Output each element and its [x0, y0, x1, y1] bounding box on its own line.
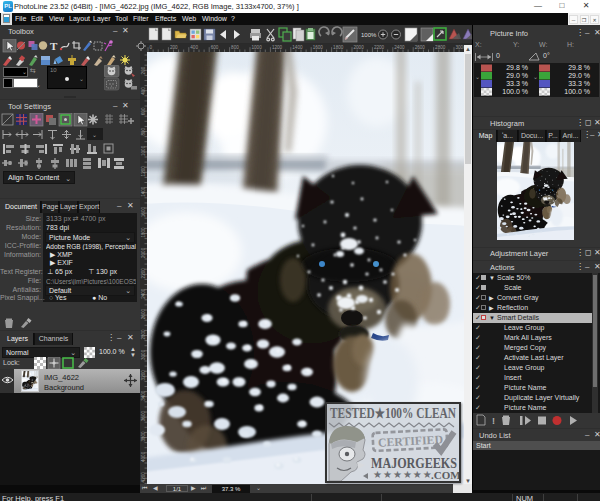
svg-text:.COM: .COM [431, 469, 459, 481]
svg-text:800: 800 [141, 127, 146, 135]
svg-text:4000: 4000 [141, 451, 146, 462]
svg-text:2600: 2600 [141, 309, 146, 320]
svg-text:2400: 2400 [141, 288, 146, 299]
svg-text:200: 200 [141, 66, 146, 74]
svg-text:1800: 1800 [141, 227, 146, 238]
svg-text:2000: 2000 [141, 247, 146, 258]
svg-text:1600: 1600 [313, 45, 324, 50]
svg-text:4200: 4200 [141, 472, 146, 483]
svg-text:2200: 2200 [141, 268, 146, 279]
svg-text:1400: 1400 [141, 186, 146, 197]
svg-text:0: 0 [150, 45, 153, 50]
svg-text:800: 800 [231, 45, 239, 50]
svg-text:2800: 2800 [141, 329, 146, 340]
svg-text:3600: 3600 [141, 411, 146, 422]
svg-text:1200: 1200 [141, 166, 146, 177]
svg-text:1000: 1000 [252, 45, 263, 50]
svg-text:!: ! [492, 416, 495, 426]
svg-text:★★★★★★: ★★★★★★ [373, 469, 433, 480]
svg-text:TESTED★100% CLEAN: TESTED★100% CLEAN [330, 406, 456, 421]
svg-text:600: 600 [141, 107, 146, 115]
svg-text:400: 400 [141, 87, 146, 95]
svg-text:2400: 2400 [394, 45, 405, 50]
svg-text:400: 400 [190, 45, 198, 50]
svg-text:1000: 1000 [141, 145, 146, 156]
svg-text:3000: 3000 [141, 349, 146, 360]
svg-text:2800: 2800 [435, 45, 446, 50]
svg-text:1600: 1600 [141, 207, 146, 218]
svg-text:T: T [50, 40, 58, 52]
svg-text:1200: 1200 [272, 45, 283, 50]
svg-text:2000: 2000 [354, 45, 365, 50]
svg-text:100%: 100% [361, 32, 377, 38]
svg-text:1800: 1800 [333, 45, 344, 50]
svg-text:200: 200 [170, 45, 178, 50]
svg-text:⌄: ⌄ [92, 132, 97, 138]
svg-text:2200: 2200 [374, 45, 385, 50]
svg-text:2600: 2600 [415, 45, 426, 50]
svg-text:3000: 3000 [456, 45, 465, 50]
svg-text:3400: 3400 [141, 390, 146, 401]
svg-text:3200: 3200 [141, 370, 146, 381]
svg-text:1400: 1400 [292, 45, 303, 50]
svg-text:3800: 3800 [141, 431, 146, 442]
svg-text:600: 600 [211, 45, 219, 50]
